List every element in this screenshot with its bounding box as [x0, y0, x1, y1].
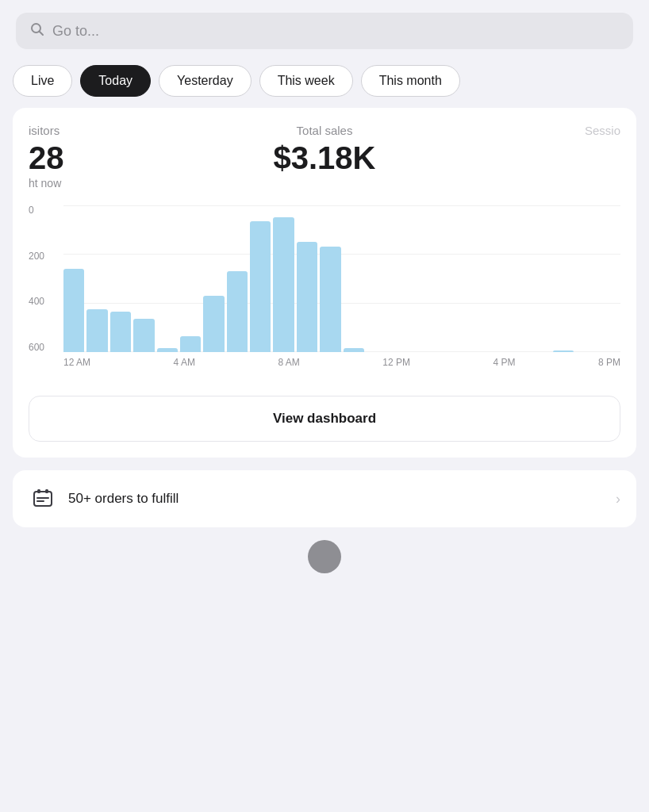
svg-rect-3	[37, 489, 40, 493]
svg-rect-4	[45, 489, 48, 493]
search-icon	[30, 22, 44, 40]
x-label-12am: 12 AM	[63, 357, 90, 368]
view-dashboard-button[interactable]: View dashboard	[29, 396, 620, 442]
chart-bar	[367, 350, 387, 352]
tab-today[interactable]: Today	[80, 65, 151, 97]
chart-bar	[436, 350, 457, 352]
search-bar-container: Go to...	[0, 0, 649, 59]
main-stats-card: isitors 28 ht now Total sales $3.18K Ses…	[13, 108, 636, 458]
chart-bar	[297, 242, 317, 352]
tab-this-month[interactable]: This month	[361, 65, 460, 97]
chart-bar	[413, 350, 434, 352]
chart-bar	[63, 269, 84, 352]
total-sales-stat: Total sales $3.18K	[226, 124, 424, 175]
visitors-stat: isitors 28 ht now	[29, 124, 226, 190]
bottom-nav-area	[0, 527, 649, 591]
chart-bar	[110, 312, 131, 352]
y-label-600: 600	[29, 343, 57, 352]
chart-bar	[227, 271, 248, 352]
bottom-avatar	[308, 540, 341, 573]
tabs-row: Live Today Yesterday This week This mont…	[0, 59, 649, 108]
y-label-200: 200	[29, 251, 57, 261]
x-label-8pm: 8 PM	[598, 357, 620, 368]
chart-bar	[344, 348, 364, 352]
sessions-label: Sessio	[423, 124, 620, 137]
orders-card[interactable]: 50+ orders to fulfill ›	[13, 470, 636, 527]
total-sales-label: Total sales	[226, 124, 424, 137]
chart-bar	[320, 247, 340, 352]
chart-bar	[483, 350, 504, 352]
y-axis-labels: 600 400 200 0	[29, 205, 57, 352]
orders-left: 50+ orders to fulfill	[29, 485, 179, 513]
chart-bar	[390, 350, 410, 352]
visitors-value: 28	[29, 140, 226, 175]
x-label-4pm: 4 PM	[493, 357, 515, 368]
chart-bar	[576, 350, 597, 352]
stats-row: isitors 28 ht now Total sales $3.18K Ses…	[29, 124, 620, 190]
tab-yesterday[interactable]: Yesterday	[159, 65, 252, 97]
chart-bar	[459, 350, 480, 352]
grid-line-mid1	[63, 254, 620, 255]
x-axis-labels: 12 AM 4 AM 8 AM 12 PM 4 PM 8 PM	[29, 357, 620, 368]
tab-live[interactable]: Live	[13, 65, 72, 97]
chart-bar	[530, 350, 551, 352]
grid-line-mid2	[63, 303, 620, 304]
chart-bar	[506, 350, 527, 352]
orders-icon	[29, 485, 57, 513]
chart-bar	[180, 336, 201, 352]
x-label-12pm: 12 PM	[382, 357, 410, 368]
chart-bar	[157, 348, 178, 352]
total-sales-value: $3.18K	[226, 140, 424, 175]
grid-line-top	[63, 205, 620, 206]
sessions-stat: Sessio	[423, 124, 620, 140]
search-bar[interactable]: Go to...	[16, 13, 633, 49]
y-label-400: 400	[29, 297, 57, 306]
search-placeholder: Go to...	[52, 23, 99, 40]
visitors-sub: ht now	[29, 177, 226, 190]
chart-bar	[133, 319, 154, 353]
bars-area	[63, 205, 620, 352]
tab-this-week[interactable]: This week	[259, 65, 353, 97]
chevron-right-icon: ›	[616, 491, 620, 508]
chart-bar	[553, 350, 574, 352]
svg-line-1	[40, 32, 44, 36]
visitors-label: isitors	[29, 124, 226, 137]
chart-bar	[273, 217, 294, 352]
chart-bar	[86, 309, 107, 352]
orders-text: 50+ orders to fulfill	[68, 491, 179, 507]
x-label-4am: 4 AM	[174, 357, 195, 368]
y-label-0: 0	[29, 205, 57, 215]
chart-bar	[203, 296, 224, 352]
sales-chart: 600 400 200 0 12 AM 4 AM 8 AM 12 PM 4 PM	[29, 205, 620, 380]
chart-bar	[600, 350, 620, 352]
x-label-8am: 8 AM	[278, 357, 299, 368]
chart-bar	[250, 221, 271, 352]
